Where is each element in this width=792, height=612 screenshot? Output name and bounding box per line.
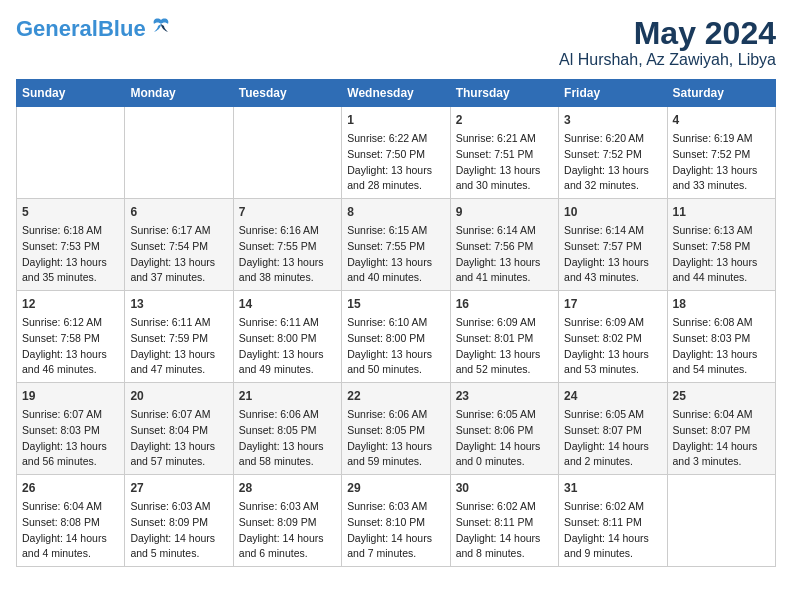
day-info-text: Sunset: 8:08 PM (22, 515, 119, 531)
day-info-text: Sunset: 8:03 PM (22, 423, 119, 439)
day-number: 19 (22, 387, 119, 405)
calendar-week-row: 12Sunrise: 6:12 AMSunset: 7:58 PMDayligh… (17, 291, 776, 383)
day-info-text: Daylight: 14 hours (456, 531, 553, 547)
day-info-text: Daylight: 13 hours (456, 255, 553, 271)
day-info-text: and 35 minutes. (22, 270, 119, 286)
day-info-text: and 52 minutes. (456, 362, 553, 378)
day-info-text: and 50 minutes. (347, 362, 444, 378)
day-number: 1 (347, 111, 444, 129)
day-info-text: Sunset: 7:52 PM (564, 147, 661, 163)
weekday-header-monday: Monday (125, 80, 233, 107)
day-number: 7 (239, 203, 336, 221)
day-info-text: Sunrise: 6:11 AM (239, 315, 336, 331)
day-info-text: Sunset: 8:05 PM (239, 423, 336, 439)
calendar-day-30: 30Sunrise: 6:02 AMSunset: 8:11 PMDayligh… (450, 475, 558, 567)
calendar-day-9: 9Sunrise: 6:14 AMSunset: 7:56 PMDaylight… (450, 199, 558, 291)
day-info-text: Daylight: 13 hours (673, 347, 770, 363)
calendar-day-17: 17Sunrise: 6:09 AMSunset: 8:02 PMDayligh… (559, 291, 667, 383)
day-info-text: and 6 minutes. (239, 546, 336, 562)
day-info-text: and 3 minutes. (673, 454, 770, 470)
day-info-text: Sunrise: 6:19 AM (673, 131, 770, 147)
day-number: 4 (673, 111, 770, 129)
day-info-text: and 43 minutes. (564, 270, 661, 286)
day-info-text: Sunrise: 6:06 AM (239, 407, 336, 423)
calendar-empty-cell (667, 475, 775, 567)
day-info-text: Sunrise: 6:13 AM (673, 223, 770, 239)
day-number: 20 (130, 387, 227, 405)
day-number: 17 (564, 295, 661, 313)
calendar-day-20: 20Sunrise: 6:07 AMSunset: 8:04 PMDayligh… (125, 383, 233, 475)
day-info-text: and 9 minutes. (564, 546, 661, 562)
calendar-day-22: 22Sunrise: 6:06 AMSunset: 8:05 PMDayligh… (342, 383, 450, 475)
day-info-text: Sunset: 7:52 PM (673, 147, 770, 163)
calendar-empty-cell (233, 107, 341, 199)
day-info-text: Sunset: 8:03 PM (673, 331, 770, 347)
day-info-text: Sunset: 8:00 PM (239, 331, 336, 347)
day-info-text: Daylight: 13 hours (456, 163, 553, 179)
day-info-text: Daylight: 13 hours (22, 439, 119, 455)
calendar-day-11: 11Sunrise: 6:13 AMSunset: 7:58 PMDayligh… (667, 199, 775, 291)
day-number: 28 (239, 479, 336, 497)
calendar-header-row: SundayMondayTuesdayWednesdayThursdayFrid… (17, 80, 776, 107)
day-info-text: and 32 minutes. (564, 178, 661, 194)
calendar-day-14: 14Sunrise: 6:11 AMSunset: 8:00 PMDayligh… (233, 291, 341, 383)
day-number: 13 (130, 295, 227, 313)
day-info-text: Daylight: 14 hours (130, 531, 227, 547)
day-info-text: Sunset: 8:02 PM (564, 331, 661, 347)
day-info-text: Sunset: 7:59 PM (130, 331, 227, 347)
day-info-text: Sunrise: 6:02 AM (564, 499, 661, 515)
day-info-text: Daylight: 13 hours (239, 347, 336, 363)
weekday-header-sunday: Sunday (17, 80, 125, 107)
day-info-text: Sunset: 7:55 PM (239, 239, 336, 255)
calendar-day-31: 31Sunrise: 6:02 AMSunset: 8:11 PMDayligh… (559, 475, 667, 567)
day-number: 30 (456, 479, 553, 497)
day-number: 24 (564, 387, 661, 405)
day-info-text: and 54 minutes. (673, 362, 770, 378)
day-info-text: and 30 minutes. (456, 178, 553, 194)
day-info-text: Sunrise: 6:03 AM (239, 499, 336, 515)
day-info-text: Sunset: 7:58 PM (22, 331, 119, 347)
day-info-text: Daylight: 14 hours (347, 531, 444, 547)
day-info-text: and 7 minutes. (347, 546, 444, 562)
day-info-text: Sunrise: 6:22 AM (347, 131, 444, 147)
day-info-text: Sunrise: 6:21 AM (456, 131, 553, 147)
day-info-text: Daylight: 13 hours (673, 255, 770, 271)
day-info-text: Sunset: 8:06 PM (456, 423, 553, 439)
day-info-text: Sunset: 8:05 PM (347, 423, 444, 439)
day-info-text: Sunrise: 6:07 AM (22, 407, 119, 423)
day-number: 8 (347, 203, 444, 221)
day-info-text: Sunset: 8:07 PM (564, 423, 661, 439)
day-info-text: Daylight: 14 hours (456, 439, 553, 455)
day-info-text: Sunrise: 6:06 AM (347, 407, 444, 423)
day-info-text: Sunrise: 6:17 AM (130, 223, 227, 239)
day-info-text: and 59 minutes. (347, 454, 444, 470)
day-info-text: and 5 minutes. (130, 546, 227, 562)
day-info-text: Daylight: 14 hours (673, 439, 770, 455)
calendar-empty-cell (125, 107, 233, 199)
day-number: 3 (564, 111, 661, 129)
calendar-day-5: 5Sunrise: 6:18 AMSunset: 7:53 PMDaylight… (17, 199, 125, 291)
day-info-text: Daylight: 13 hours (239, 255, 336, 271)
day-number: 21 (239, 387, 336, 405)
calendar-day-21: 21Sunrise: 6:06 AMSunset: 8:05 PMDayligh… (233, 383, 341, 475)
day-number: 26 (22, 479, 119, 497)
day-info-text: Sunrise: 6:03 AM (347, 499, 444, 515)
day-info-text: Sunset: 7:57 PM (564, 239, 661, 255)
day-number: 22 (347, 387, 444, 405)
day-number: 29 (347, 479, 444, 497)
day-number: 5 (22, 203, 119, 221)
day-info-text: and 41 minutes. (456, 270, 553, 286)
day-info-text: Sunset: 7:54 PM (130, 239, 227, 255)
weekday-header-tuesday: Tuesday (233, 80, 341, 107)
day-info-text: Sunset: 7:51 PM (456, 147, 553, 163)
day-number: 11 (673, 203, 770, 221)
day-info-text: Sunrise: 6:09 AM (456, 315, 553, 331)
day-info-text: Daylight: 13 hours (22, 255, 119, 271)
day-info-text: Sunrise: 6:18 AM (22, 223, 119, 239)
title-block: May 2024 Al Hurshah, Az Zawiyah, Libya (559, 16, 776, 69)
day-info-text: Sunrise: 6:16 AM (239, 223, 336, 239)
calendar-day-4: 4Sunrise: 6:19 AMSunset: 7:52 PMDaylight… (667, 107, 775, 199)
day-number: 31 (564, 479, 661, 497)
day-info-text: Sunset: 8:10 PM (347, 515, 444, 531)
logo: GeneralBlue (16, 16, 172, 42)
